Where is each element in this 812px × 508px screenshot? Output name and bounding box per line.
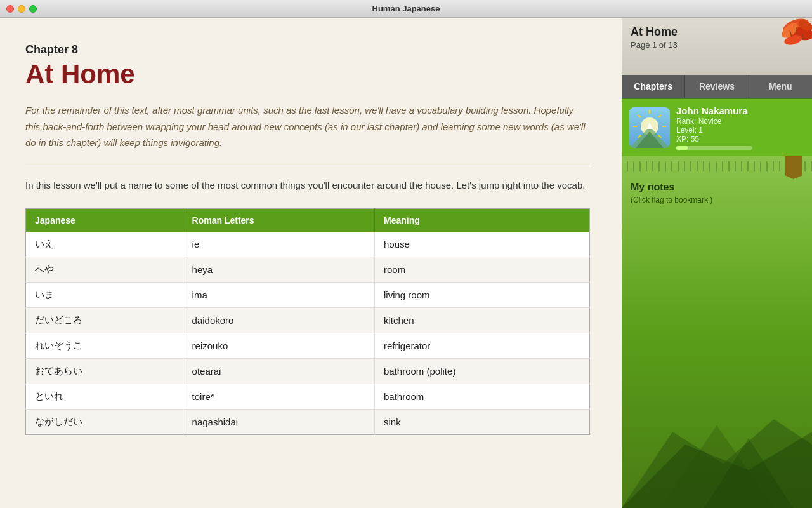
chapter-title: At Home xyxy=(25,59,590,90)
table-cell-0: れいぞうこ xyxy=(26,333,183,359)
table-cell-1: daidokoro xyxy=(183,308,374,333)
table-cell-2: bathroom xyxy=(374,384,589,410)
table-cell-2: house xyxy=(374,232,589,257)
table-cell-1: toire* xyxy=(183,384,374,410)
table-row: へやheyaroom xyxy=(26,257,590,283)
minimize-button[interactable] xyxy=(18,5,25,13)
tab-menu[interactable]: Menu xyxy=(749,75,812,98)
traffic-lights xyxy=(6,5,37,13)
table-cell-2: bathroom (polite) xyxy=(374,359,589,384)
notes-dots-decoration xyxy=(622,161,812,171)
table-cell-0: おてあらい xyxy=(26,359,183,384)
table-header-row: Japanese Roman Letters Meaning xyxy=(26,209,590,232)
col-japanese: Japanese xyxy=(26,209,183,232)
title-bar: Human Japanese xyxy=(0,0,812,18)
table-cell-2: refrigerator xyxy=(374,333,589,359)
table-cell-2: sink xyxy=(374,410,589,435)
divider xyxy=(25,164,590,164)
table-cell-1: ima xyxy=(183,283,374,308)
vocabulary-table: Japanese Roman Letters Meaning いえiehouse… xyxy=(25,208,590,435)
table-row: ながしだいnagashidaisink xyxy=(26,410,590,435)
table-row: れいぞうこreizoukorefrigerator xyxy=(26,333,590,359)
table-cell-0: いえ xyxy=(26,232,183,257)
user-xp: XP: 55 xyxy=(676,135,804,144)
bookmark-flag[interactable] xyxy=(785,156,802,179)
notes-hint: (Click flag to bookmark.) xyxy=(631,196,803,204)
table-row: だいどころdaidokorokitchen xyxy=(26,308,590,333)
maximize-button[interactable] xyxy=(29,5,37,13)
col-meaning: Meaning xyxy=(374,209,589,232)
main-container: Chapter 8 At Home For the remainder of t… xyxy=(0,18,812,508)
user-avatar xyxy=(629,107,670,148)
table-row: いまimaliving room xyxy=(26,283,590,308)
body-text: In this lesson we'll put a name to some … xyxy=(25,177,590,194)
table-cell-2: kitchen xyxy=(374,308,589,333)
col-roman: Roman Letters xyxy=(183,209,374,232)
notes-section: My notes (Click flag to bookmark.) xyxy=(622,156,812,508)
user-level: Level: 1 xyxy=(676,126,804,135)
content-area[interactable]: Chapter 8 At Home For the remainder of t… xyxy=(0,18,622,508)
table-cell-1: nagashidai xyxy=(183,410,374,435)
table-row: おてあらいotearaibathroom (polite) xyxy=(26,359,590,384)
table-row: いえiehouse xyxy=(26,232,590,257)
table-row: といれtoire*bathroom xyxy=(26,384,590,410)
user-rank: Rank: Novice xyxy=(676,117,804,126)
table-cell-0: ながしだい xyxy=(26,410,183,435)
user-name: John Nakamura xyxy=(676,105,804,116)
table-cell-0: といれ xyxy=(26,384,183,410)
xp-bar-background xyxy=(676,146,752,150)
nav-tabs: Chapters Reviews Menu xyxy=(622,75,812,99)
tab-chapters[interactable]: Chapters xyxy=(622,75,685,98)
sidebar-header: At Home Page 1 of 13 xyxy=(622,18,812,75)
table-cell-2: room xyxy=(374,257,589,283)
close-button[interactable] xyxy=(6,5,14,13)
xp-bar-fill xyxy=(676,146,688,150)
notes-content: My notes (Click flag to bookmark.) xyxy=(622,171,812,215)
user-card: John Nakamura Rank: Novice Level: 1 XP: … xyxy=(622,99,812,156)
user-info: John Nakamura Rank: Novice Level: 1 XP: … xyxy=(676,105,804,150)
table-cell-1: heya xyxy=(183,257,374,283)
sidebar: At Home Page 1 of 13 Chapters Reviews Me… xyxy=(622,18,812,508)
notes-title: My notes xyxy=(631,182,803,193)
table-cell-1: otearai xyxy=(183,359,374,384)
fall-leaves-decoration xyxy=(761,18,812,62)
table-cell-2: living room xyxy=(374,283,589,308)
tab-reviews[interactable]: Reviews xyxy=(685,75,749,98)
table-cell-0: だいどころ xyxy=(26,308,183,333)
intro-text: For the remainder of this text, after mo… xyxy=(25,102,590,151)
mountain-silhouette xyxy=(622,381,812,508)
table-cell-0: へや xyxy=(26,257,183,283)
table-cell-0: いま xyxy=(26,283,183,308)
table-cell-1: reizouko xyxy=(183,333,374,359)
window-title: Human Japanese xyxy=(372,4,440,13)
chapter-label: Chapter 8 xyxy=(25,43,590,57)
table-cell-1: ie xyxy=(183,232,374,257)
